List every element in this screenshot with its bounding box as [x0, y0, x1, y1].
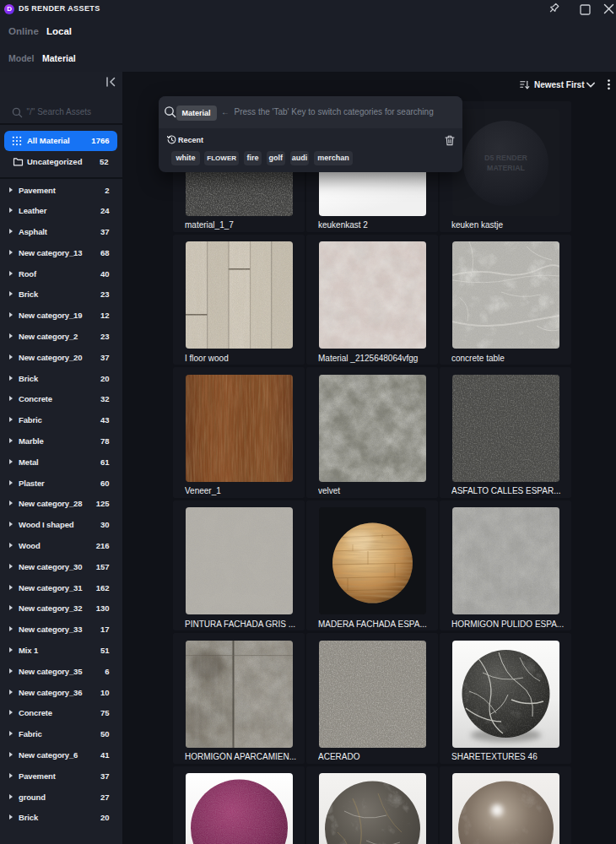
svg-text:D5 RENDER: D5 RENDER	[484, 154, 527, 162]
svg-text:MATERIAL: MATERIAL	[487, 164, 525, 172]
